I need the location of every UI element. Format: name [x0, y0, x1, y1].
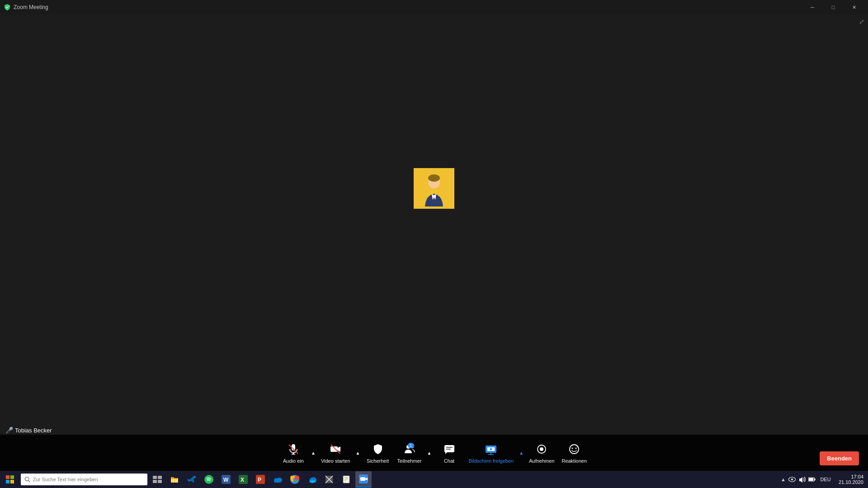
titlebar: Zoom Meeting ─ □ ✕	[0, 0, 868, 14]
audio-group: Audio ein ▲	[278, 436, 317, 469]
search-icon	[24, 476, 30, 483]
video-button[interactable]: Video starten	[317, 436, 354, 469]
excel-button[interactable]: X	[235, 471, 251, 488]
chrome-button[interactable]	[287, 471, 303, 488]
svg-rect-48	[343, 476, 349, 483]
svg-point-1	[428, 174, 440, 182]
participants-icon: 1	[402, 442, 417, 456]
language-indicator[interactable]: DEU	[817, 471, 834, 488]
svg-point-54	[791, 479, 793, 480]
svg-rect-56	[809, 478, 813, 481]
security-button[interactable]: Sicherheit	[362, 436, 394, 469]
participant-name-label: 🎤 Tobias Becker	[5, 427, 52, 434]
battery-icon[interactable]	[807, 471, 816, 488]
search-input[interactable]	[33, 477, 144, 482]
svg-rect-25	[10, 475, 14, 479]
windows-logo-icon	[6, 475, 14, 483]
taskbar: W X P	[0, 471, 868, 488]
audio-caret[interactable]: ▲	[309, 436, 317, 469]
record-button[interactable]: Aufnehmen	[525, 436, 558, 469]
svg-point-19	[540, 447, 543, 451]
participant-avatar	[414, 168, 454, 209]
svg-text:P: P	[258, 477, 261, 483]
audio-button[interactable]: Audio ein	[278, 436, 309, 469]
close-button[interactable]: ✕	[844, 0, 864, 14]
participants-caret[interactable]: ▲	[425, 436, 434, 469]
window-title: Zoom Meeting	[14, 4, 802, 10]
svg-rect-27	[10, 480, 14, 483]
share-group: Bildschirm freigeben ▲	[465, 436, 526, 469]
system-tray-expand[interactable]: ▲	[780, 477, 787, 482]
video-group: Video starten ▲	[317, 436, 362, 469]
file-explorer-button[interactable]	[166, 471, 183, 488]
word-button[interactable]: W	[218, 471, 234, 488]
window-controls: ─ □ ✕	[802, 0, 864, 14]
share-screen-button[interactable]: Bildschirm freigeben	[465, 436, 518, 469]
svg-rect-24	[6, 475, 9, 479]
taskbar-apps: W X P	[149, 471, 372, 488]
vscode-button[interactable]	[184, 471, 200, 488]
clock-date: 21.10.2020	[839, 479, 863, 485]
share-icon	[484, 442, 498, 456]
main-video-area	[0, 14, 868, 488]
onedrive-button[interactable]	[269, 471, 286, 488]
participant-name: Tobias Becker	[15, 427, 52, 434]
chat-icon	[442, 442, 457, 456]
video-caret[interactable]: ▲	[354, 436, 362, 469]
participant-photo	[416, 170, 452, 206]
network-icon[interactable]	[788, 471, 797, 488]
clock-time: 17:04	[851, 474, 863, 479]
svg-rect-32	[153, 480, 157, 483]
share-caret[interactable]: ▲	[517, 436, 525, 469]
audio-label: Audio ein	[283, 458, 304, 464]
powerpoint-button[interactable]: P	[252, 471, 269, 488]
svg-text:+: +	[576, 445, 578, 448]
svg-rect-10	[444, 445, 454, 452]
security-label: Sicherheit	[367, 458, 389, 464]
task-view-button[interactable]	[149, 471, 165, 488]
taskbar-right-area: ▲ DEU 17:04	[780, 471, 868, 488]
reactions-icon: +	[567, 442, 581, 456]
security-icon	[371, 442, 385, 456]
video-icon	[328, 442, 343, 456]
svg-rect-26	[6, 480, 9, 483]
system-clock[interactable]: 17:04 21.10.2020	[835, 474, 866, 485]
record-label: Aufnehmen	[529, 458, 554, 464]
expand-icon[interactable]: ⤢	[859, 18, 864, 25]
svg-point-21	[572, 448, 573, 449]
svg-rect-31	[158, 476, 162, 479]
reactions-button[interactable]: + Reaktionen	[558, 436, 590, 469]
participants-button[interactable]: 1 Teilnehmer	[394, 436, 425, 469]
svg-line-29	[28, 480, 30, 482]
edge-button[interactable]	[304, 471, 320, 488]
chat-button[interactable]: Chat	[434, 436, 465, 469]
share-label: Bildschirm freigeben	[469, 458, 514, 464]
security-status-icon	[4, 4, 11, 11]
notepad-button[interactable]	[338, 471, 354, 488]
svg-rect-57	[814, 479, 816, 480]
start-menu-button[interactable]	[0, 471, 20, 488]
svg-rect-30	[153, 476, 157, 479]
svg-point-15	[490, 448, 492, 450]
participants-label: Teilnehmer	[397, 458, 422, 464]
meeting-toolbar: Audio ein ▲ Video starten ▲ Sicherheit	[0, 435, 868, 471]
reactions-label: Reaktionen	[561, 458, 587, 464]
maximize-button[interactable]: □	[823, 0, 844, 14]
audio-icon	[286, 442, 301, 456]
zoom-button[interactable]	[355, 471, 372, 488]
svg-rect-33	[158, 480, 162, 483]
taskbar-search-box[interactable]	[21, 474, 147, 485]
chat-label: Chat	[444, 458, 454, 464]
video-label: Video starten	[321, 458, 350, 464]
participants-group: 1 Teilnehmer ▲	[394, 436, 434, 469]
end-meeting-button[interactable]: Beenden	[820, 451, 859, 465]
svg-rect-43	[274, 479, 281, 483]
record-icon	[534, 442, 549, 456]
spotify-button[interactable]	[201, 471, 217, 488]
snip-button[interactable]	[321, 471, 337, 488]
svg-rect-53	[360, 477, 365, 481]
svg-point-46	[293, 478, 297, 481]
svg-point-28	[25, 477, 28, 481]
minimize-button[interactable]: ─	[802, 0, 823, 14]
volume-icon[interactable]	[797, 471, 807, 488]
